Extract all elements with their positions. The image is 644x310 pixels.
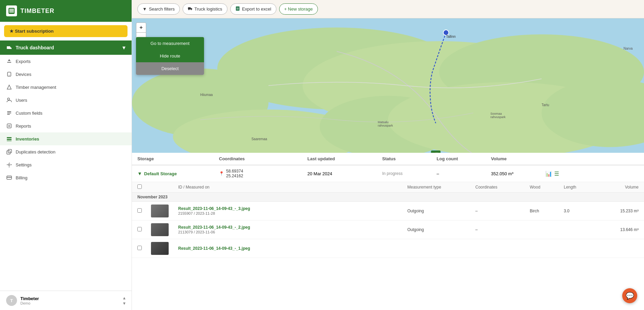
svg-text:Tallinn: Tallinn (446, 35, 456, 38)
user-expand-icon[interactable]: ▴▾ (123, 295, 125, 306)
volume-cell: 352.050 m³ (491, 171, 545, 176)
sidebar-item-billing[interactable]: Billing (0, 171, 132, 184)
svg-text:Soomaa: Soomaa (490, 112, 502, 115)
app-logo-text: TIMBETER (20, 7, 54, 15)
svg-text:Saaremaa: Saaremaa (251, 137, 267, 141)
sidebar-item-label: Settings (16, 162, 32, 167)
truck-dashboard-nav-item[interactable]: Truck dashboard ▾ (0, 40, 132, 55)
row-checkbox-cell (137, 227, 151, 232)
exports-icon (6, 58, 12, 64)
svg-marker-9 (8, 59, 11, 61)
sidebar-item-reports[interactable]: Reports (0, 119, 132, 132)
svg-rect-16 (7, 124, 11, 128)
sidebar-item-duplicates[interactable]: Duplicates detection (0, 145, 132, 158)
id-measured-header: ID / Measured on (178, 185, 407, 190)
wood-header: Wood (530, 185, 564, 190)
svg-point-12 (7, 98, 10, 100)
sidebar-item-label: Custom fields (16, 111, 43, 116)
start-subscription-button[interactable]: ★ Start subscription (4, 25, 128, 37)
svg-rect-32 (236, 7, 239, 8)
expand-chevron-icon[interactable]: ▼ (137, 171, 142, 176)
sidebar-item-timber-management[interactable]: Timber management (0, 81, 132, 94)
svg-point-11 (9, 75, 10, 76)
coordinates-cell: 📍 58.69374 25.24162 (219, 169, 307, 178)
svg-text:rahvuspark: rahvuspark (490, 115, 506, 119)
sidebar-logo: TIMBETER (0, 0, 132, 22)
svg-marker-5 (10, 47, 12, 49)
main-content: ▼ Search filters Truck logistics Export … (132, 0, 644, 310)
settings-icon (6, 162, 12, 168)
file-thumbnail[interactable] (151, 223, 169, 236)
logo-icon (6, 5, 17, 16)
svg-marker-28 (191, 8, 192, 10)
file-thumbnail[interactable] (151, 205, 169, 217)
row-checkbox[interactable] (137, 208, 142, 213)
svg-rect-23 (8, 149, 12, 153)
row-checkbox[interactable] (137, 246, 142, 250)
file-thumbnail[interactable] (151, 242, 169, 255)
log-count-column-header: Log count (437, 156, 491, 161)
volume-column-header: Volume (491, 156, 545, 161)
sidebar-item-inventories[interactable]: Inventories (0, 132, 132, 145)
sidebar-item-custom-fields[interactable]: Custom fields (0, 107, 132, 119)
menu-icon[interactable]: ☰ (554, 170, 559, 177)
new-storage-button[interactable]: + New storage (279, 3, 318, 15)
hide-route-button[interactable]: Hide route (136, 50, 204, 62)
measurement-type-cell: Outgoing (407, 227, 475, 232)
svg-text:rahvuspark: rahvuspark (378, 124, 393, 127)
file-link[interactable]: Result_2023-11-06_14-09-43_-_2.jpeg (178, 225, 407, 230)
search-filters-button[interactable]: ▼ Search filters (137, 3, 180, 15)
select-all-checkbox[interactable] (137, 184, 142, 189)
sidebar-item-label: Duplicates detection (16, 149, 55, 154)
zoom-in-button[interactable]: + (136, 22, 146, 33)
chat-support-button[interactable]: 💬 (622, 288, 637, 303)
go-to-measurement-button[interactable]: Go to measurement (136, 37, 204, 50)
sidebar-item-label: Timber management (16, 85, 56, 90)
file-link[interactable]: Result_2023-11-06_14-09-43_-_1.jpeg (178, 246, 407, 251)
sidebar-item-exports[interactable]: Exports (0, 55, 132, 68)
svg-point-24 (9, 164, 10, 166)
chart-icon[interactable]: 📊 (545, 170, 552, 177)
file-id: 2155907 / 2023-11-28 (178, 211, 215, 215)
map-popup: Go to measurement Hide route Deselect (136, 37, 204, 75)
last-updated-column-header: Last updated (307, 156, 382, 161)
deselect-button[interactable]: Deselect (136, 62, 204, 75)
row-checkbox-cell (137, 208, 151, 214)
user-info[interactable]: T Timbeter Demo (6, 295, 39, 306)
row-checkbox-cell (137, 246, 151, 251)
custom-fields-icon (6, 110, 12, 116)
svg-rect-18 (8, 126, 10, 127)
table-row: Result_2023-11-06_14-09-43_-_1.jpeg (132, 239, 644, 258)
status-column-header: Status (382, 156, 437, 161)
storage-column-header: Storage (137, 156, 219, 161)
svg-rect-26 (7, 177, 12, 178)
svg-point-6 (7, 49, 9, 50)
sidebar-item-users[interactable]: Users (0, 94, 132, 107)
svg-rect-13 (7, 111, 11, 112)
sidebar-item-settings[interactable]: Settings (0, 158, 132, 171)
svg-rect-27 (188, 7, 191, 10)
map-container: 🚛 Tallinn Hiiumaa Saaremaa Matsalu rahvu… (132, 18, 644, 153)
svg-text:Tartu: Tartu (542, 103, 549, 107)
user-role: Demo (20, 301, 39, 305)
devices-icon (6, 71, 12, 77)
svg-point-7 (10, 49, 11, 50)
sidebar-item-devices[interactable]: Devices (0, 68, 132, 81)
truck-logistics-button[interactable]: Truck logistics (183, 3, 227, 15)
log-count-cell: – (437, 171, 491, 176)
storage-name-cell[interactable]: ▼ Default Storage (137, 171, 219, 176)
row-checkbox[interactable] (137, 227, 142, 231)
truck-dashboard-label: Truck dashboard (16, 45, 54, 50)
svg-rect-20 (7, 139, 12, 140)
svg-rect-33 (236, 9, 239, 9)
file-info-cell: Result_2023-11-06_14-09-43_-_2.jpeg 2113… (178, 225, 407, 234)
svg-point-29 (188, 9, 189, 10)
storage-table: Storage Coordinates Last updated Status … (132, 153, 644, 310)
file-link[interactable]: Result_2023-11-06_14-09-43_-_3.jpeg (178, 206, 407, 211)
sidebar-item-label: Billing (16, 175, 28, 180)
svg-rect-4 (7, 46, 10, 49)
measurement-type-cell: Outgoing (407, 209, 475, 213)
toolbar: ▼ Search filters Truck logistics Export … (132, 0, 644, 18)
svg-rect-15 (7, 114, 10, 115)
export-excel-button[interactable]: Export to excel (230, 3, 276, 15)
